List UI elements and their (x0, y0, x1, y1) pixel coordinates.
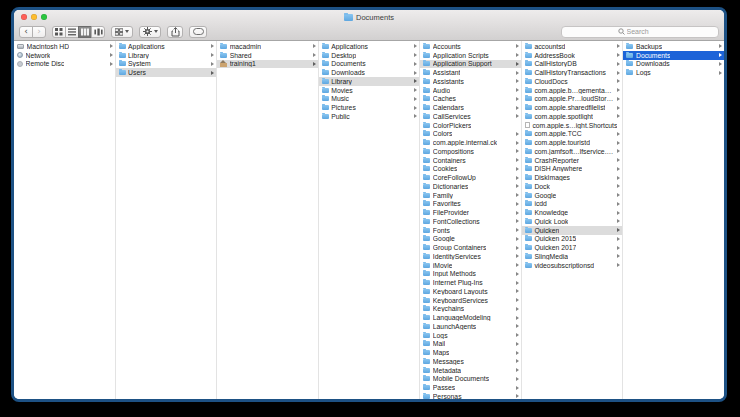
file-row[interactable]: Containers (420, 156, 521, 165)
back-button[interactable]: ‹ (19, 26, 33, 38)
file-row[interactable]: LaunchAgents (420, 322, 521, 331)
file-row[interactable]: IdentityServices (420, 252, 521, 261)
file-row[interactable]: SlingMedia (522, 252, 623, 261)
file-row[interactable]: com.apple.spotlight (522, 112, 623, 121)
tag-button[interactable] (189, 26, 207, 38)
file-row[interactable]: Pictures (319, 103, 420, 112)
icon-view-button[interactable] (52, 26, 66, 38)
file-row[interactable]: FontCollections (420, 217, 521, 226)
file-row[interactable]: DiskImages (522, 173, 623, 182)
file-row[interactable]: Desktop (319, 51, 420, 60)
file-row[interactable]: Audio (420, 86, 521, 95)
file-row[interactable]: Google (522, 191, 623, 200)
file-row[interactable]: com.apple.b…gementagent (522, 86, 623, 95)
forward-button[interactable]: › (32, 26, 46, 38)
file-row[interactable]: Library (116, 51, 217, 60)
file-row[interactable]: iMovie (420, 261, 521, 270)
file-row[interactable]: Colors (420, 130, 521, 139)
file-row[interactable]: Dictionaries (420, 182, 521, 191)
file-row[interactable]: Metadata (420, 366, 521, 375)
file-row[interactable]: Cookies (420, 165, 521, 174)
file-row[interactable]: Messages (420, 357, 521, 366)
file-row[interactable]: com.apple.touristd (522, 138, 623, 147)
file-row[interactable]: Public (319, 112, 420, 121)
file-row[interactable]: Quicken (522, 226, 623, 235)
file-row[interactable]: training1 (217, 60, 318, 69)
file-row[interactable]: Movies (319, 86, 420, 95)
file-row[interactable]: com.apple.s…ight.Shortcuts (522, 121, 623, 130)
file-row[interactable]: Shared (217, 51, 318, 60)
file-row[interactable]: Downloads (623, 60, 724, 69)
file-row[interactable]: CallServices (420, 112, 521, 121)
list-view-button[interactable] (65, 26, 79, 38)
file-row[interactable]: Group Containers (420, 243, 521, 252)
file-row[interactable]: Knowledge (522, 208, 623, 217)
file-row[interactable]: Mail (420, 340, 521, 349)
file-row[interactable]: ColorPickers (420, 121, 521, 130)
file-row[interactable]: Macintosh HD (14, 42, 115, 51)
file-row[interactable]: com.apple.internal.ck (420, 138, 521, 147)
file-row[interactable]: Application Scripts (420, 51, 521, 60)
file-row[interactable]: AddressBook (522, 51, 623, 60)
file-row[interactable]: Applications (116, 42, 217, 51)
file-row[interactable]: Caches (420, 95, 521, 104)
file-row[interactable]: Quick Look (522, 217, 623, 226)
file-row[interactable]: com.apple.Pr…loudStorage (522, 95, 623, 104)
file-row[interactable]: Downloads (319, 68, 420, 77)
file-row[interactable]: Network (14, 51, 115, 60)
file-row[interactable]: Input Methods (420, 270, 521, 279)
file-row[interactable]: Mobile Documents (420, 375, 521, 384)
search-field[interactable] (561, 26, 719, 38)
file-row[interactable]: Logs (623, 68, 724, 77)
file-row[interactable]: Library (319, 77, 420, 86)
file-row[interactable]: Calendars (420, 103, 521, 112)
action-menu-button[interactable] (139, 26, 161, 38)
file-row[interactable]: FileProvider (420, 208, 521, 217)
file-row[interactable]: KeyboardServices (420, 296, 521, 305)
file-row[interactable]: Favorites (420, 200, 521, 209)
file-row[interactable]: com.jamfsoft…lfservice.mac (522, 147, 623, 156)
file-row[interactable]: Fonts (420, 226, 521, 235)
file-row[interactable]: Dock (522, 182, 623, 191)
file-row[interactable]: Family (420, 191, 521, 200)
file-row[interactable]: Google (420, 235, 521, 244)
file-row[interactable]: icdd (522, 200, 623, 209)
file-row[interactable]: Maps (420, 348, 521, 357)
file-row[interactable]: System (116, 60, 217, 69)
file-row[interactable]: Logs (420, 331, 521, 340)
file-row[interactable]: com.apple.TCC (522, 130, 623, 139)
file-row[interactable]: Backups (623, 42, 724, 51)
share-button[interactable] (167, 26, 183, 38)
file-row[interactable]: Quicken 2017 (522, 243, 623, 252)
file-row[interactable]: videosubscriptionsd (522, 261, 623, 270)
file-row[interactable]: Remote Disc (14, 60, 115, 69)
file-row[interactable]: CallHistoryTransactions (522, 68, 623, 77)
file-row[interactable]: Documents (623, 51, 724, 60)
arrange-menu-button[interactable] (111, 26, 133, 38)
file-row[interactable]: CoreFollowUp (420, 173, 521, 182)
file-row[interactable]: DISH Anywhere (522, 165, 623, 174)
file-row[interactable]: CrashReporter (522, 156, 623, 165)
file-row[interactable]: Applications (319, 42, 420, 51)
file-row[interactable]: Application Support (420, 60, 521, 69)
file-row[interactable]: CallHistoryDB (522, 60, 623, 69)
file-row[interactable]: com.apple.sharedfilelist (522, 103, 623, 112)
file-row[interactable]: Users (116, 68, 217, 77)
file-row[interactable]: Personas (420, 392, 521, 399)
file-row[interactable]: CloudDocs (522, 77, 623, 86)
file-row[interactable]: Accounts (420, 42, 521, 51)
file-row[interactable]: Assistants (420, 77, 521, 86)
file-row[interactable]: accountsd (522, 42, 623, 51)
coverflow-view-button[interactable] (91, 26, 105, 38)
file-row[interactable]: Internet Plug-Ins (420, 278, 521, 287)
file-row[interactable]: Music (319, 95, 420, 104)
file-row[interactable]: Passes (420, 383, 521, 392)
file-row[interactable]: Documents (319, 60, 420, 69)
file-row[interactable]: Assistant (420, 68, 521, 77)
file-row[interactable]: Keychains (420, 305, 521, 314)
file-row[interactable]: LanguageModeling (420, 313, 521, 322)
file-row[interactable]: macadmin (217, 42, 318, 51)
file-row[interactable]: Quicken 2015 (522, 235, 623, 244)
file-row[interactable]: Compositions (420, 147, 521, 156)
column-view-button[interactable] (78, 26, 92, 38)
